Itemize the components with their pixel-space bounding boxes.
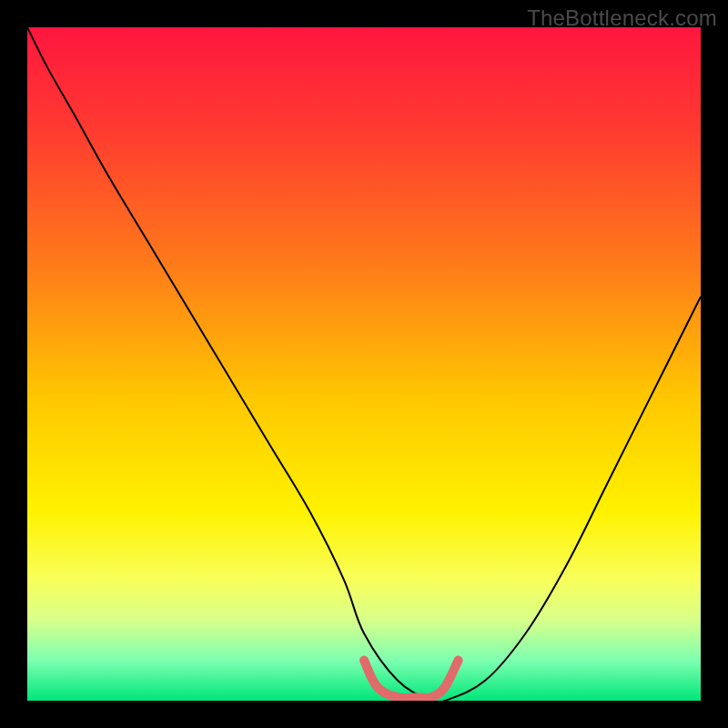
bottleneck-curve [27, 27, 701, 701]
plot-area [27, 27, 701, 701]
curve-layer [27, 27, 701, 701]
flat-segment-highlight [364, 661, 459, 699]
chart-frame: TheBottleneck.com [0, 0, 728, 728]
